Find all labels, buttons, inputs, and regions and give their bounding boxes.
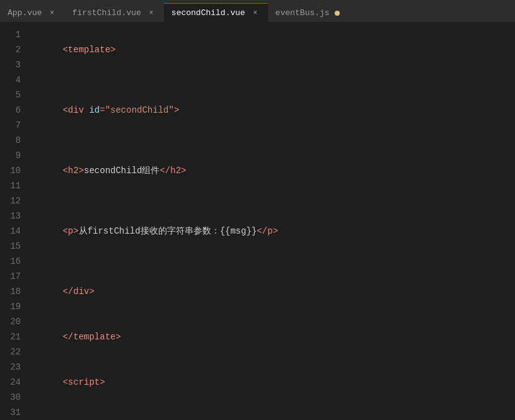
line-number: 2	[0, 42, 21, 57]
tab-app-vue[interactable]: App.vue ×	[0, 3, 65, 22]
code-line-8: import bus from '../assets/eventBus' ;	[31, 405, 515, 420]
line-number: 21	[0, 329, 21, 344]
line-number: 22	[0, 344, 21, 360]
code-line-3: <h2>secondChild组件</h2>	[31, 133, 515, 193]
tab-label: App.vue	[8, 8, 42, 18]
line-number: 30	[0, 390, 21, 405]
line-number: 4	[0, 72, 21, 88]
editor: 1 2 3 4 5 6 7 8 9 10 11 12 13 14 15 16 1…	[0, 22, 515, 420]
line-number: 8	[0, 133, 21, 148]
tab-close-icon[interactable]: ×	[47, 8, 57, 18]
line-number: 11	[0, 178, 21, 193]
line-number: 3	[0, 57, 21, 72]
line-number: 31	[0, 405, 21, 420]
line-number: 12	[0, 193, 21, 208]
line-number: 13	[0, 208, 21, 224]
line-number: 14	[0, 224, 21, 239]
code-area[interactable]: <template> <div id="secondChild"> <h2>se…	[28, 22, 515, 420]
line-number: 5	[0, 88, 21, 103]
line-number: 15	[0, 239, 21, 254]
tab-modified-dot	[335, 11, 340, 16]
tab-label: secondChild.vue	[171, 8, 245, 18]
code-line-2: <div id="secondChild">	[31, 72, 515, 133]
tab-label: eventBus.js	[275, 8, 330, 18]
tab-label: firstChild.vue	[72, 8, 141, 18]
line-number: 19	[0, 299, 21, 314]
line-number: 16	[0, 254, 21, 269]
tab-close-icon[interactable]: ×	[250, 8, 260, 18]
code-line-6: </template>	[31, 314, 515, 360]
line-number: 20	[0, 314, 21, 329]
code-line-7: <script>	[31, 360, 515, 405]
line-number: 24	[0, 375, 21, 390]
line-number: 18	[0, 284, 21, 299]
line-number: 7	[0, 118, 21, 133]
tab-first-child-vue[interactable]: firstChild.vue ×	[65, 3, 164, 22]
code-line-5: </div>	[31, 254, 515, 314]
tab-bar: App.vue × firstChild.vue × secondChild.v…	[0, 0, 515, 22]
line-number: 10	[0, 163, 21, 178]
code-line-1: <template>	[31, 27, 515, 72]
tab-close-icon[interactable]: ×	[146, 8, 156, 18]
code-line-4: <p>从firstChild接收的字符串参数：{{msg}}</p>	[31, 193, 515, 254]
line-number: 1	[0, 27, 21, 42]
line-number: 6	[0, 103, 21, 118]
line-numbers: 1 2 3 4 5 6 7 8 9 10 11 12 13 14 15 16 1…	[0, 22, 28, 420]
tab-second-child-vue[interactable]: secondChild.vue ×	[164, 3, 268, 22]
tab-event-bus-js[interactable]: eventBus.js	[268, 3, 347, 22]
line-number: 9	[0, 148, 21, 163]
line-number: 23	[0, 360, 21, 375]
line-number: 17	[0, 269, 21, 284]
